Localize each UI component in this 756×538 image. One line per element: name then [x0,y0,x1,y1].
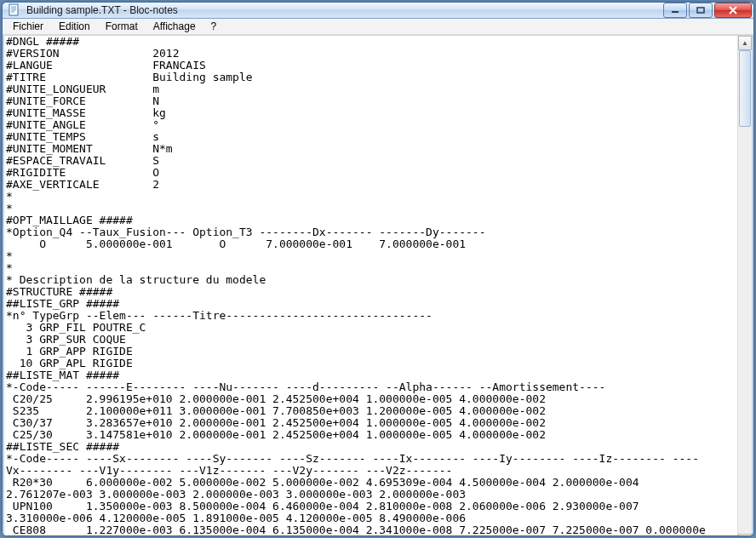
menu-file[interactable]: Fichier [6,19,50,34]
text-editor[interactable]: #DNGL ##### #VERSION 2012 #LANGUE FRANCA… [4,36,737,536]
vertical-scrollbar[interactable]: ▲ ▼ [737,36,752,536]
minimize-icon [671,7,679,14]
notepad-icon [8,3,21,17]
notepad-window: Building sample.TXT - Bloc-notes Fichier… [2,2,754,536]
minimize-button[interactable] [663,3,687,18]
svg-rect-6 [697,8,704,13]
maximize-icon [696,7,705,14]
scroll-thumb[interactable] [739,50,751,127]
close-icon [728,6,738,14]
scroll-down-button[interactable]: ▼ [738,534,752,536]
menubar: Fichier Edition Format Affichage ? [3,19,753,35]
menu-help[interactable]: ? [204,19,224,34]
menu-edit[interactable]: Edition [52,19,97,34]
svg-rect-5 [672,11,679,13]
titlebar[interactable]: Building sample.TXT - Bloc-notes [3,3,753,19]
scroll-up-button[interactable]: ▲ [738,36,752,50]
menu-format[interactable]: Format [99,19,145,34]
scroll-track[interactable] [738,50,752,534]
window-title: Building sample.TXT - Bloc-notes [26,4,663,16]
close-button[interactable] [714,3,752,18]
maximize-button[interactable] [689,3,713,18]
client-area: #DNGL ##### #VERSION 2012 #LANGUE FRANCA… [3,35,753,536]
window-controls [663,3,752,18]
menu-view[interactable]: Affichage [146,19,203,34]
